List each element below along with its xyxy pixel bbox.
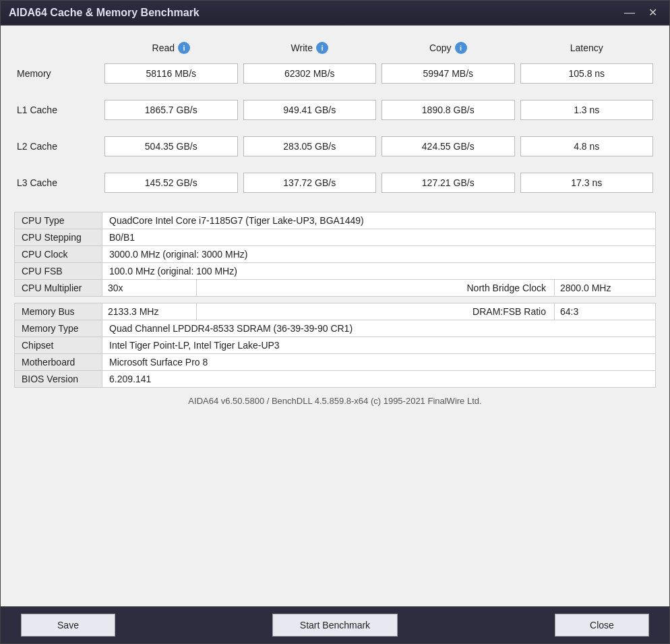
l3-copy: 127.21 GB/s [382, 173, 515, 193]
cpu-fsb-value: 100.0 MHz (original: 100 MHz) [102, 263, 656, 280]
start-benchmark-button[interactable]: Start Benchmark [272, 614, 398, 637]
cpu-stepping-row: CPU Stepping B0/B1 [15, 229, 656, 246]
bios-label: BIOS Version [15, 371, 102, 388]
content-area: Read i Write i Copy i [1, 26, 669, 606]
memory-copy: 59947 MB/s [382, 63, 515, 84]
l1-copy: 1890.8 GB/s [382, 100, 515, 120]
l3-write: 137.72 GB/s [243, 173, 377, 193]
l1-write: 949.41 GB/s [243, 100, 377, 120]
cpu-fsb-row: CPU FSB 100.0 MHz (original: 100 MHz) [15, 263, 656, 280]
cpu-type-row: CPU Type QuadCore Intel Core i7-1185G7 (… [15, 212, 656, 229]
footer-text: AIDA64 v6.50.5800 / BenchDLL 4.5.859.8-x… [14, 390, 656, 411]
motherboard-label: Motherboard [15, 354, 102, 371]
l1cache-row: L1 Cache 1865.7 GB/s 949.41 GB/s 1890.8 … [14, 96, 656, 124]
memory-bus-row: Memory Bus 2133.3 MHz DRAM:FSB Ratio 64:… [15, 303, 656, 320]
col-latency: Latency [518, 36, 657, 59]
window-title: AIDA64 Cache & Memory Benchmark [9, 7, 200, 19]
l1-read: 1865.7 GB/s [104, 100, 238, 120]
memory-row: Memory 58116 MB/s 62302 MB/s 59947 MB/s … [14, 59, 656, 88]
l3-read: 145.52 GB/s [104, 173, 238, 193]
title-bar: AIDA64 Cache & Memory Benchmark — ✕ [1, 1, 669, 26]
l3-label: L3 Cache [14, 169, 102, 197]
l3-latency: 17.3 ns [520, 173, 654, 193]
dram-fsb-value: 64:3 [555, 303, 656, 320]
l2-copy: 424.55 GB/s [382, 136, 515, 156]
memory-latency: 105.8 ns [520, 63, 654, 84]
cpu-stepping-label: CPU Stepping [15, 229, 102, 246]
benchmark-table: Read i Write i Copy i [14, 36, 656, 197]
nb-clock-value: 2800.0 MHz [555, 280, 656, 297]
main-window: AIDA64 Cache & Memory Benchmark — ✕ Read… [0, 0, 670, 644]
dram-fsb-label: DRAM:FSB Ratio [197, 303, 555, 320]
l3cache-row: L3 Cache 145.52 GB/s 137.72 GB/s 127.21 … [14, 169, 656, 197]
cpu-type-value: QuadCore Intel Core i7-1185G7 (Tiger Lak… [102, 212, 656, 229]
cpu-clock-value: 3000.0 MHz (original: 3000 MHz) [102, 246, 656, 263]
cpu-clock-row: CPU Clock 3000.0 MHz (original: 3000 MHz… [15, 246, 656, 263]
memory-type-value: Quad Channel LPDDR4-8533 SDRAM (36-39-39… [102, 320, 656, 337]
l2-latency: 4.8 ns [520, 136, 654, 156]
col-copy: Copy i [379, 36, 518, 59]
chipset-value: Intel Tiger Point-LP, Intel Tiger Lake-U… [102, 337, 656, 354]
l1-latency: 1.3 ns [520, 100, 654, 120]
read-info-icon[interactable]: i [178, 42, 190, 54]
window-controls: — ✕ [620, 6, 661, 20]
bios-row: BIOS Version 6.209.141 [15, 371, 656, 388]
chipset-row: Chipset Intel Tiger Point-LP, Intel Tige… [15, 337, 656, 354]
chipset-label: Chipset [15, 337, 102, 354]
col-write: Write i [241, 36, 379, 59]
memory-read: 58116 MB/s [104, 63, 238, 84]
cpu-multiplier-value: 30x [102, 280, 197, 297]
system-info-table: CPU Type QuadCore Intel Core i7-1185G7 (… [14, 212, 656, 388]
close-button[interactable]: Close [555, 614, 649, 637]
copy-info-icon[interactable]: i [455, 42, 467, 54]
l2-label: L2 Cache [14, 132, 102, 160]
cpu-multiplier-label: CPU Multiplier [15, 280, 102, 297]
memory-bus-label: Memory Bus [15, 303, 102, 320]
window-close-button[interactable]: ✕ [644, 6, 661, 20]
save-button[interactable]: Save [21, 614, 115, 637]
memory-bus-value: 2133.3 MHz [102, 303, 197, 320]
memory-type-row: Memory Type Quad Channel LPDDR4-8533 SDR… [15, 320, 656, 337]
l1-label: L1 Cache [14, 96, 102, 124]
cpu-type-label: CPU Type [15, 212, 102, 229]
cpu-fsb-label: CPU FSB [15, 263, 102, 280]
memory-write: 62302 MB/s [243, 63, 377, 84]
l2-write: 283.05 GB/s [243, 136, 377, 156]
write-info-icon[interactable]: i [316, 42, 328, 54]
minimize-button[interactable]: — [620, 6, 639, 20]
bios-value: 6.209.141 [102, 371, 656, 388]
cpu-clock-label: CPU Clock [15, 246, 102, 263]
button-bar: Save Start Benchmark Close [1, 606, 669, 643]
memory-type-label: Memory Type [15, 320, 102, 337]
l2cache-row: L2 Cache 504.35 GB/s 283.05 GB/s 424.55 … [14, 132, 656, 160]
nb-clock-label: North Bridge Clock [197, 280, 555, 297]
cpu-multiplier-row: CPU Multiplier 30x North Bridge Clock 28… [15, 280, 656, 297]
memory-label: Memory [14, 59, 102, 88]
cpu-stepping-value: B0/B1 [102, 229, 656, 246]
col-read: Read i [102, 36, 241, 59]
motherboard-row: Motherboard Microsoft Surface Pro 8 [15, 354, 656, 371]
motherboard-value: Microsoft Surface Pro 8 [102, 354, 656, 371]
l2-read: 504.35 GB/s [104, 136, 238, 156]
